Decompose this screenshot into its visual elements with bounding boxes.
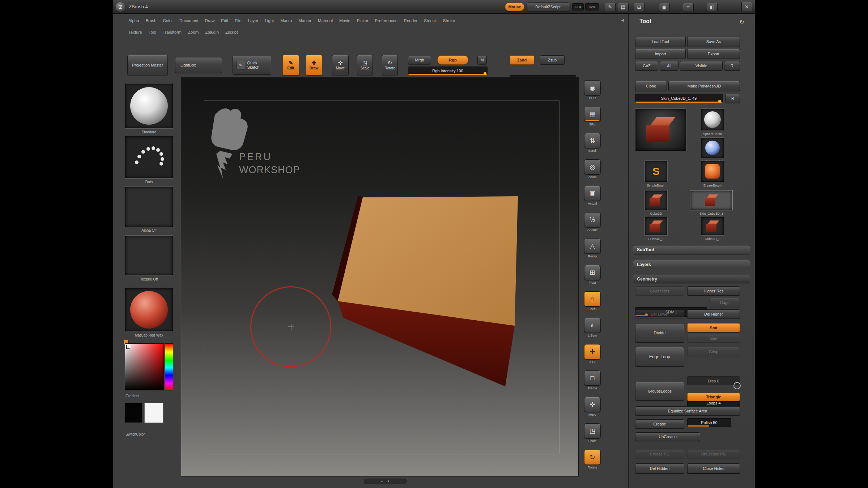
menu-alpha[interactable]: Alpha — [125, 16, 142, 26]
lower-res-button[interactable]: Lower Res — [635, 286, 684, 296]
load-tool-button[interactable]: Load Tool — [635, 36, 686, 47]
right-shelf-item-aahalf[interactable]: ½ AAHalf — [582, 212, 603, 233]
menu-icon[interactable]: ≡ — [683, 3, 694, 11]
menu-layer[interactable]: Layer — [245, 16, 262, 26]
active-tool-slider[interactable]: Skin_Cube3D_1. 49 — [635, 94, 723, 103]
right-shelf-item-frame[interactable]: □ Frame — [582, 371, 603, 391]
divide-button[interactable]: Divide — [635, 323, 684, 343]
grid-icon[interactable]: ⊞ — [634, 3, 644, 11]
del-higher-button[interactable]: Del Higher — [687, 309, 740, 319]
menu-edit[interactable]: Edit — [218, 16, 231, 26]
mouse-button[interactable]: Mouse — [505, 3, 524, 11]
menu-zscript[interactable]: Zscript — [222, 27, 241, 37]
active-tool-thumbnail[interactable] — [635, 108, 686, 151]
polish-mode-toggle[interactable]: ○ — [733, 382, 741, 389]
menu-render[interactable]: Render — [401, 16, 421, 26]
cube3d-1-thumbnail[interactable] — [644, 217, 668, 236]
menu-light[interactable]: Light — [261, 16, 277, 26]
color-picker-sv[interactable] — [125, 343, 164, 390]
panel-collapse-arrow[interactable]: ◀ — [619, 17, 626, 23]
uncrease-pg-button[interactable]: UnCrease PG — [687, 450, 740, 458]
simplebrush-thumbnail[interactable]: S — [644, 160, 668, 182]
right-shelf-item-floor[interactable]: ⊞ Floor — [582, 265, 603, 286]
right-shelf-item-rotate[interactable]: ↻ Rotate — [582, 450, 603, 471]
subtool-section-header[interactable]: SubTool — [633, 245, 750, 254]
goz-visible-button[interactable]: Visible — [680, 61, 723, 70]
groups-loops-button[interactable]: GroupsLoops — [635, 382, 684, 401]
menu-texture[interactable]: Texture — [125, 27, 145, 37]
menu-picker[interactable]: Picker — [354, 16, 372, 26]
triangle-toggle[interactable]: Triangle — [687, 393, 740, 401]
draw-mode-button[interactable]: ✚ Draw — [306, 55, 322, 75]
menu-marker[interactable]: Marker — [295, 16, 315, 26]
cage-button[interactable]: Cage — [710, 298, 740, 307]
menu-file[interactable]: File — [231, 16, 245, 26]
current-material-thumbnail[interactable] — [125, 288, 173, 332]
right-shelf-item-zoom[interactable]: ◎ Zoom — [582, 159, 603, 180]
right-shelf-item-scale[interactable]: ◳ Scale — [582, 423, 603, 444]
menu-color[interactable]: Color — [159, 16, 176, 26]
rotate-mode-button[interactable]: ↻ Rotate — [382, 55, 398, 75]
goz-button[interactable]: GoZ — [635, 61, 658, 70]
secondary-color-swatch[interactable] — [144, 403, 163, 423]
menu-stencil[interactable]: Stencil — [421, 16, 440, 26]
smt-toggle[interactable]: Smt — [687, 323, 740, 332]
rgb-intensity-slider[interactable]: Rgb Intensity 100 — [408, 67, 488, 75]
skin-cube3d-thumbnail[interactable] — [690, 190, 733, 210]
polish-slider[interactable]: Polish 50 — [687, 418, 731, 427]
disp-slider[interactable]: Disp 0 — [687, 376, 740, 385]
current-brush-thumbnail[interactable] — [125, 83, 173, 129]
edit-mode-button[interactable]: ✎ Edit — [282, 55, 299, 75]
color-picker-hue-strip[interactable] — [165, 343, 173, 390]
goz-all-button[interactable]: All — [660, 61, 678, 70]
cube-3d-object[interactable] — [181, 78, 579, 476]
current-stroke-thumbnail[interactable] — [125, 136, 173, 179]
menu-preferences[interactable]: Preferences — [372, 16, 401, 26]
menu-material[interactable]: Material — [315, 16, 336, 26]
menu-zplugin[interactable]: Zplugin — [202, 27, 222, 37]
rgb-button[interactable]: Rgb — [437, 55, 468, 65]
zsub-button[interactable]: Zsub — [540, 55, 565, 65]
lightbox-button[interactable]: LightBox — [175, 57, 222, 73]
scroll-down-icon[interactable]: ▼ — [387, 480, 390, 483]
export-button[interactable]: Export — [687, 49, 740, 59]
close-holes-button[interactable]: Close Holes — [687, 463, 740, 474]
cube3d-thumbnail[interactable] — [644, 190, 668, 210]
clone-button[interactable]: Clone — [635, 81, 667, 91]
crease-button[interactable]: Crease — [635, 419, 684, 429]
del-hidden-button[interactable]: Del Hidden — [635, 463, 684, 474]
menu-document[interactable]: Document — [176, 16, 201, 26]
gradient-label[interactable]: Gradient — [125, 394, 173, 398]
main-color-swatch[interactable] — [125, 403, 143, 423]
cube3d-2-thumbnail[interactable] — [701, 217, 724, 236]
goz-r-button[interactable]: R — [724, 61, 740, 70]
right-shelf-item-bpr[interactable]: ◉ BPR — [582, 80, 603, 101]
canvas-scroll-handle[interactable]: ▲ ▼ — [364, 479, 407, 484]
right-shelf-item-persp[interactable]: △ Persp — [582, 239, 603, 260]
current-alpha-thumbnail[interactable] — [125, 187, 173, 227]
menu-draw[interactable]: Draw — [201, 16, 218, 26]
right-shelf-item-spix[interactable]: ▦ SPix — [582, 107, 603, 128]
eraserbrush-thumbnail[interactable] — [701, 160, 724, 182]
scroll-up-icon[interactable]: ▲ — [380, 480, 383, 483]
equalize-surface-area-button[interactable]: Equalize Surface Area — [635, 406, 740, 416]
right-shelf-item-lsym[interactable]: ◐ L.Sym — [582, 318, 603, 339]
mrgb-button[interactable]: Mrgb — [408, 56, 431, 64]
save-as-button[interactable]: Save As — [687, 36, 740, 47]
higher-res-button[interactable]: Higher Res — [687, 286, 740, 296]
spherebrush-thumbnail[interactable] — [701, 108, 724, 131]
close-button[interactable]: × — [741, 2, 752, 12]
tool-refresh-icon[interactable]: ↻ — [737, 17, 746, 26]
move-mode-button[interactable]: ✜ Move — [332, 55, 349, 75]
m-button[interactable]: M — [477, 56, 487, 64]
quick-sketch-button[interactable]: ✎ Quick Sketch — [233, 56, 271, 74]
menu-movie[interactable]: Movie — [336, 16, 354, 26]
right-shelf-item-xyz[interactable]: ✚ XYZ — [582, 344, 603, 365]
window-layout-icon[interactable]: ◧ — [707, 3, 718, 11]
menu-tool[interactable]: Tool — [145, 27, 159, 37]
make-polymesh3d-button[interactable]: Make PolyMesh3D — [668, 81, 740, 91]
geometry-section-header[interactable]: Geometry — [633, 275, 750, 283]
suv-toggle[interactable]: Suv — [687, 334, 740, 343]
projection-master-button[interactable]: Projection Master — [127, 55, 168, 75]
document-canvas[interactable]: PERU WORKSHOP — [181, 77, 579, 476]
